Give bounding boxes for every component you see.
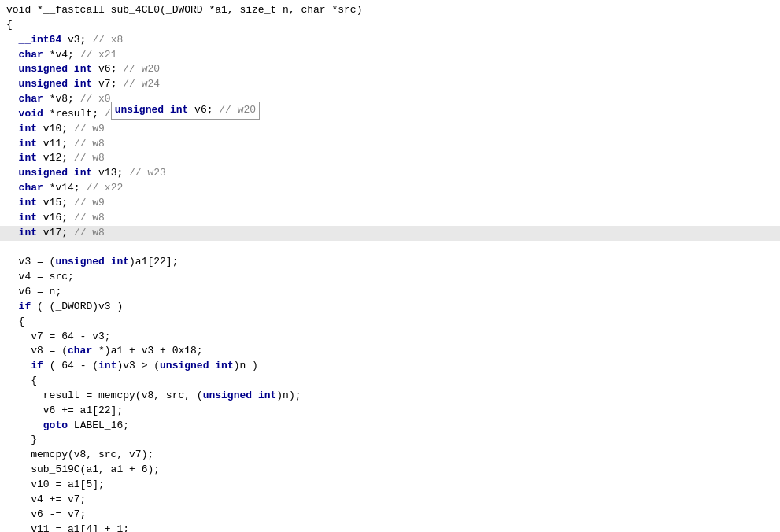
- keyword: int: [215, 359, 233, 374]
- code-text: v7;: [92, 77, 123, 92]
- code-line: void *__fastcall sub_4CE0(_DWORD *a1, si…: [0, 3, 780, 18]
- code-line: if ( 64 - (int)v3 > (unsigned int)n ): [0, 359, 780, 374]
- comment: // w8: [74, 137, 105, 152]
- code-line: v11 = a1[4] + 1;: [0, 523, 780, 532]
- code-text: v3 = (: [6, 255, 55, 270]
- code-line: unsigned int v13; // w23: [0, 166, 780, 181]
- code-text: [6, 62, 19, 77]
- comment: // x0: [105, 107, 135, 122]
- code-text: v3;: [61, 33, 92, 48]
- code-line: void *result; // x0: [0, 107, 780, 122]
- code-line: int v10; // w9: [0, 122, 780, 137]
- code-line: int v12; // w8: [0, 151, 780, 166]
- code-line: {: [0, 315, 780, 330]
- comment: // w8: [74, 226, 105, 241]
- code-text: )n ): [234, 359, 258, 374]
- code-line: v10 = a1[5];: [0, 478, 780, 493]
- code-text: {: [6, 315, 24, 330]
- keyword: int: [19, 211, 37, 226]
- code-text: [6, 151, 19, 166]
- code-text: [6, 226, 19, 241]
- code-line: result = memcpy(v8, src, (unsigned int)n…: [0, 389, 780, 404]
- code-text: }: [6, 433, 37, 448]
- comment: // w9: [74, 196, 105, 211]
- code-text: *v8;: [43, 92, 80, 107]
- code-text: [6, 300, 19, 315]
- code-line: int v11; // w8: [0, 137, 780, 152]
- code-text: )n);: [276, 389, 301, 404]
- code-text: [6, 196, 19, 211]
- code-line: sub_519C(a1, a1 + 6);: [0, 463, 780, 478]
- code-line: v4 = src;: [0, 270, 780, 285]
- code-text: [6, 181, 19, 196]
- code-text: void *__fastcall sub_4CE0(_DWORD *a1, si…: [6, 3, 362, 18]
- code-text: [6, 166, 19, 181]
- code-line: {: [0, 18, 780, 33]
- comment: // x21: [80, 48, 117, 63]
- keyword: int: [98, 359, 116, 374]
- code-editor: void *__fastcall sub_4CE0(_DWORD *a1, si…: [0, 0, 780, 532]
- keyword: char: [68, 344, 92, 359]
- comment: // x8: [92, 33, 123, 48]
- code-line: v7 = 64 - v3;: [0, 330, 780, 345]
- code-text: ( 64 - (: [43, 359, 98, 374]
- code-text: [6, 48, 19, 63]
- keyword: unsigned: [160, 359, 209, 374]
- code-text: memcpy(v8, src, v7);: [6, 448, 153, 463]
- code-line: v8 = (char *)a1 + v3 + 0x18;: [0, 344, 780, 359]
- code-text: )v3 > (: [116, 359, 160, 374]
- comment: // x22: [86, 181, 123, 196]
- code-line: v6 -= v7;: [0, 508, 780, 523]
- keyword: void: [19, 107, 43, 122]
- code-line: memcpy(v8, src, v7);: [0, 448, 780, 463]
- code-text: v8 = (: [6, 344, 68, 359]
- code-text: v11;: [37, 137, 74, 152]
- code-line: [0, 241, 780, 256]
- code-text: sub_519C(a1, a1 + 6);: [6, 463, 160, 478]
- code-text: v6 = n;: [6, 285, 61, 300]
- comment: // w23: [129, 166, 166, 181]
- code-text: ( (_DWORD)v3 ): [31, 300, 123, 315]
- code-line: int v16; // w8: [0, 211, 780, 226]
- code-line: int v15; // w9: [0, 196, 780, 211]
- code-text: [6, 122, 19, 137]
- code-text: )a1[22];: [129, 255, 178, 270]
- code-text: [6, 419, 43, 434]
- keyword: int: [19, 226, 37, 241]
- code-line: v6 += a1[22];: [0, 404, 780, 419]
- code-text: LABEL_16;: [68, 419, 129, 434]
- code-text: result = memcpy(v8, src, (: [6, 389, 203, 404]
- code-text: [6, 77, 19, 92]
- comment: // x0: [80, 92, 111, 107]
- code-line: v4 += v7;: [0, 493, 780, 508]
- keyword: int: [111, 255, 129, 270]
- keyword: goto: [43, 419, 68, 434]
- code-text: v6 -= v7;: [6, 508, 86, 523]
- keyword: char: [19, 92, 43, 107]
- code-text: v11 = a1[4] + 1;: [6, 523, 129, 532]
- keyword: int: [74, 62, 92, 77]
- code-line: goto LABEL_16;: [0, 419, 780, 434]
- keyword: int: [19, 137, 37, 152]
- comment: // w20: [123, 62, 160, 77]
- code-text: [6, 33, 19, 48]
- keyword: int: [258, 389, 276, 404]
- keyword: unsigned: [19, 166, 68, 181]
- keyword: unsigned: [19, 77, 68, 92]
- code-line: char *v14; // x22: [0, 181, 780, 196]
- code-text: *v4;: [43, 48, 80, 63]
- code-text: v6 += a1[22];: [6, 404, 123, 419]
- code-text: [68, 166, 74, 181]
- code-text: v10 = a1[5];: [6, 478, 105, 493]
- keyword: unsigned: [203, 389, 252, 404]
- code-line: if ( (_DWORD)v3 ): [0, 300, 780, 315]
- code-text: v17;: [37, 226, 74, 241]
- keyword: char: [19, 48, 43, 63]
- comment: // w8: [74, 211, 105, 226]
- code-line: char *v8; // x0unsigned int v6; // w20: [0, 92, 780, 107]
- keyword: int: [74, 77, 92, 92]
- keyword: int: [19, 151, 37, 166]
- code-text: [252, 389, 258, 404]
- code-line: v3 = (unsigned int)a1[22];: [0, 255, 780, 270]
- code-text: v4 = src;: [6, 270, 74, 285]
